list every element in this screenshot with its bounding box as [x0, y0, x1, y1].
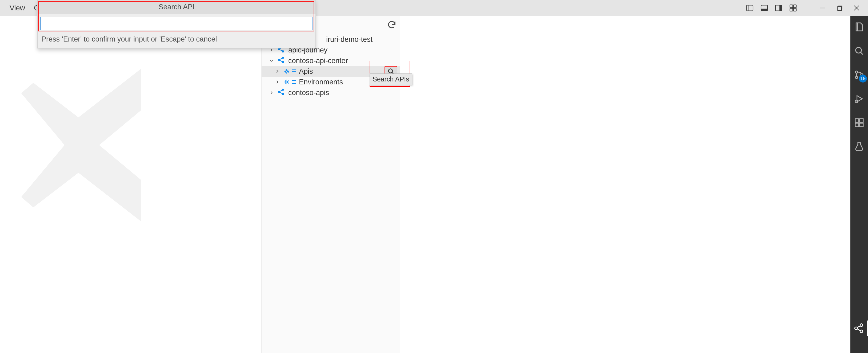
svg-rect-3: [761, 9, 768, 11]
svg-rect-9: [793, 8, 796, 11]
settings-list-icon: [283, 78, 296, 86]
activity-search-icon[interactable]: [853, 45, 865, 57]
settings-list-icon: [283, 68, 296, 75]
svg-line-22: [280, 58, 282, 59]
svg-rect-0: [747, 5, 753, 11]
svg-point-36: [856, 76, 858, 78]
svg-rect-5: [779, 5, 782, 11]
svg-line-32: [280, 92, 282, 94]
activity-explorer-icon[interactable]: [853, 21, 865, 33]
svg-point-14: [278, 48, 280, 50]
window-restore-icon[interactable]: [834, 3, 844, 13]
side-panel: iruri-demo-test apic-journey contoso-api…: [261, 16, 400, 353]
svg-line-48: [857, 326, 861, 328]
svg-point-25: [389, 69, 393, 73]
svg-point-45: [855, 327, 857, 329]
svg-point-16: [282, 50, 284, 52]
activity-bar: 19: [850, 16, 868, 353]
svg-rect-6: [790, 5, 793, 8]
layout-icon-group: [745, 3, 798, 13]
svg-rect-11: [838, 7, 842, 11]
svg-point-19: [278, 59, 280, 61]
quick-input-hint: Press 'Enter' to confirm your input or '…: [38, 33, 315, 48]
window-minimize-icon[interactable]: [817, 3, 828, 13]
svg-point-24: [286, 71, 287, 72]
quick-input-input-wrap: [38, 14, 315, 33]
activity-extensions-icon[interactable]: [853, 117, 865, 129]
tree-label: contoso-apis: [288, 89, 329, 97]
chevron-right-icon: [274, 69, 280, 74]
tree-label: Apis: [299, 67, 313, 76]
svg-rect-40: [855, 119, 859, 122]
svg-point-39: [855, 100, 858, 103]
layout-toggle-bottom-icon[interactable]: [759, 3, 769, 13]
api-center-icon: [278, 56, 285, 66]
menu-bar: on View C: [0, 4, 25, 12]
chevron-down-icon: [269, 58, 274, 63]
svg-line-31: [280, 90, 282, 91]
tree-label: iruri-demo-test: [326, 35, 373, 44]
svg-point-21: [282, 61, 284, 63]
svg-line-34: [861, 52, 863, 54]
svg-point-28: [278, 91, 280, 93]
layout-toggle-right-icon[interactable]: [774, 3, 784, 13]
quick-input-widget: Search API Press 'Enter' to confirm your…: [37, 0, 316, 48]
svg-point-20: [282, 57, 284, 59]
svg-point-27: [286, 81, 287, 83]
tree-label: Environments: [299, 78, 343, 86]
quick-input-field[interactable]: [40, 17, 313, 30]
svg-rect-42: [855, 123, 859, 127]
titlebar-right-controls: [745, 0, 868, 16]
layout-toggle-left-icon[interactable]: [745, 3, 755, 13]
window-close-icon[interactable]: [851, 3, 862, 13]
svg-point-29: [282, 89, 284, 91]
activity-testing-icon[interactable]: [853, 141, 865, 153]
svg-point-30: [282, 93, 284, 95]
source-control-badge: 19: [859, 75, 867, 82]
chevron-right-icon: [269, 90, 274, 95]
activity-source-control-icon[interactable]: 19: [853, 69, 865, 81]
tree-row-contoso-api-center[interactable]: contoso-api-center: [261, 56, 400, 66]
svg-rect-8: [790, 8, 793, 11]
vscode-watermark-icon: [16, 59, 189, 232]
editor-area: [0, 16, 261, 353]
svg-point-35: [856, 71, 858, 73]
activity-api-center-icon[interactable]: [853, 322, 865, 334]
svg-line-18: [280, 49, 282, 51]
tree-row-contoso-apis[interactable]: contoso-apis: [261, 87, 400, 98]
svg-rect-41: [860, 119, 863, 122]
svg-line-49: [857, 329, 861, 331]
svg-point-47: [860, 330, 863, 333]
svg-point-46: [860, 324, 863, 326]
quick-input-title: Search API: [38, 0, 315, 14]
svg-rect-43: [860, 123, 863, 127]
tree-label: contoso-api-center: [288, 57, 348, 65]
chevron-right-icon: [274, 79, 280, 85]
tooltip-search-apis: Search APIs: [370, 73, 412, 85]
api-center-icon: [278, 88, 285, 98]
layout-customize-icon[interactable]: [788, 3, 798, 13]
activity-run-debug-icon[interactable]: [853, 93, 865, 105]
svg-line-23: [280, 60, 282, 62]
refresh-icon[interactable]: [387, 20, 397, 30]
svg-rect-7: [793, 5, 796, 8]
svg-point-33: [856, 47, 862, 53]
menu-item-view[interactable]: View: [9, 4, 25, 12]
